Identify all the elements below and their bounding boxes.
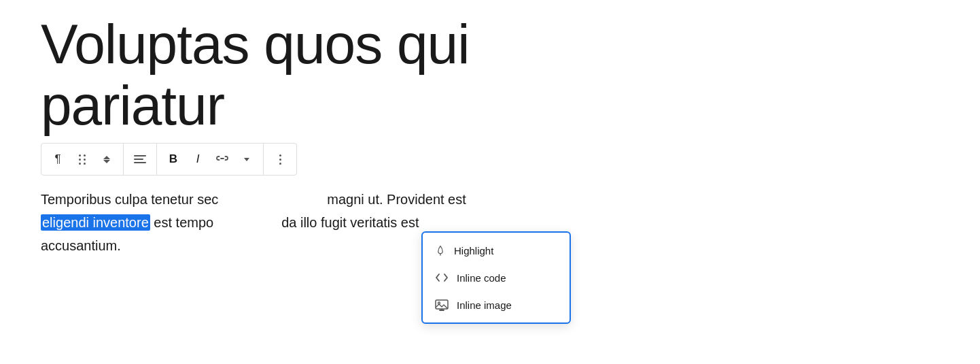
paragraph-button[interactable]: ¶: [47, 148, 69, 170]
page-container: Voluptas quos qui pariatur ¶: [0, 0, 980, 284]
paragraph-icon: ¶: [54, 152, 60, 166]
page-title: Voluptas quos qui pariatur: [41, 14, 939, 136]
align-button[interactable]: [129, 148, 151, 170]
toolbar-group-2: [124, 144, 157, 175]
editor-toolbar: ¶: [41, 143, 297, 176]
inline-code-label: Inline code: [457, 272, 506, 284]
dropdown-item-inline-image[interactable]: Inline image: [423, 291, 570, 318]
image-icon: [435, 298, 449, 312]
bold-icon: B: [169, 152, 177, 166]
text-after-highlight: est tempo: [150, 215, 213, 230]
text-end: accusantium.: [41, 238, 121, 253]
link-icon: [216, 154, 228, 165]
italic-button[interactable]: I: [187, 148, 209, 170]
title-line2: pariatur: [41, 74, 224, 136]
toolbar-group-3: B I: [157, 144, 264, 175]
chevron-down-icon: [244, 158, 249, 161]
dropdown-item-highlight[interactable]: Highlight: [423, 237, 570, 264]
highlighted-text: eligendi inventore: [41, 214, 150, 231]
toolbar-group-4: [264, 144, 296, 175]
more-icon: [279, 154, 281, 165]
toolbar-group-1: ¶: [41, 144, 124, 175]
drag-button[interactable]: [71, 148, 93, 170]
code-icon: [435, 271, 449, 284]
dropdown-menu: Highlight Inline code: [421, 231, 571, 324]
text-right-2: da illo fugit veritatis est: [281, 215, 419, 230]
more-options-button[interactable]: [269, 148, 291, 170]
move-button[interactable]: [96, 148, 118, 170]
title-line1: Voluptas quos qui: [41, 13, 469, 75]
highlight-icon: [435, 244, 446, 257]
dropdown-arrow-button[interactable]: [236, 148, 258, 170]
text-before-dropdown: Temporibus culpa tenetur sec: [41, 192, 218, 207]
align-icon: [134, 155, 146, 163]
dropdown-item-inline-code[interactable]: Inline code: [423, 264, 570, 291]
link-button[interactable]: [211, 148, 233, 170]
drag-icon: [79, 154, 86, 165]
bold-button[interactable]: B: [162, 148, 184, 170]
italic-icon: I: [196, 152, 200, 166]
title-block: Voluptas quos qui pariatur: [41, 14, 939, 136]
move-icon: [103, 156, 110, 163]
text-right-1: magni ut. Provident est: [327, 192, 466, 207]
highlight-label: Highlight: [454, 245, 493, 257]
inline-image-label: Inline image: [457, 299, 512, 311]
